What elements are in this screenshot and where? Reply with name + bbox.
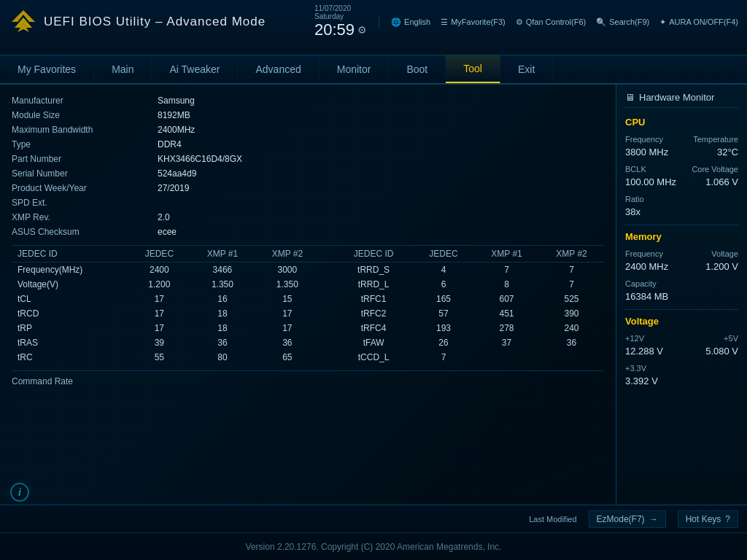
manufacturer-label: Manufacturer — [12, 93, 158, 108]
right-label: tFAW — [334, 335, 413, 350]
module-size-label: Module Size — [12, 108, 158, 122]
right-jedec: 4 — [413, 262, 474, 278]
cpu-freq-value: 3800 MHz — [625, 147, 668, 158]
asus-logo-icon — [9, 7, 38, 36]
language-control[interactable]: 🌐 English — [391, 18, 430, 27]
cpu-temp-label: Temperature — [693, 135, 738, 144]
header: UEFI BIOS Utility – Advanced Mode 11/07/… — [0, 0, 747, 55]
col-header-xmp2-right: XMP #2 — [539, 246, 604, 262]
info-icon[interactable]: i — [10, 483, 29, 502]
table-row: tCL 17 16 15 tRFC1 165 607 525 — [12, 292, 604, 306]
col-header-jedec-id-right: JEDEC ID — [334, 246, 413, 262]
cpu-bclk-pair: BCLK Core Voltage 100.00 MHz 1.066 V — [625, 165, 738, 189]
time-display: 20:59 — [314, 20, 355, 39]
aura-control[interactable]: ✦ AURA ON/OFF(F4) — [659, 18, 738, 27]
aura-icon: ✦ — [659, 18, 666, 27]
mem-capacity-pair: Capacity 16384 MB — [625, 279, 738, 303]
fan-icon: ⚙ — [516, 18, 523, 27]
cpu-frequency-pair: Frequency Temperature 3800 MHz 32°C — [625, 135, 738, 159]
col-spacer — [320, 262, 334, 278]
col-spacer — [320, 246, 334, 262]
table-row: tRAS 39 36 36 tFAW 26 37 36 — [12, 335, 604, 350]
nav-ai-tweaker[interactable]: Ai Tweaker — [152, 55, 238, 83]
right-xmp1: 607 — [474, 292, 539, 306]
mem-volt-value: 1.200 V — [705, 261, 738, 272]
qfan-control[interactable]: ⚙ Qfan Control(F6) — [516, 18, 587, 27]
table-row: tRC 55 80 65 tCCD_L 7 — [12, 350, 604, 365]
right-xmp2: 7 — [539, 262, 604, 278]
command-rate-label: Command Rate — [12, 374, 73, 389]
asus-checksum-value: ecee — [158, 225, 604, 239]
right-xmp2: 525 — [539, 292, 604, 306]
right-label: tRRD_S — [334, 262, 413, 278]
core-voltage-label: Core Voltage — [692, 165, 738, 174]
left-xmp1: 18 — [190, 321, 255, 335]
left-xmp1: 80 — [190, 350, 255, 365]
ez-mode-button[interactable]: EzMode(F7) → — [589, 510, 666, 528]
memory-divider — [625, 309, 738, 310]
ratio-value: 38x — [625, 206, 640, 217]
capacity-label: Capacity — [625, 279, 657, 288]
serial-number-label: Serial Number — [12, 166, 158, 181]
mem-freq-label: Frequency — [625, 249, 663, 258]
left-xmp2: 17 — [255, 321, 320, 335]
hot-keys-button[interactable]: Hot Keys ? — [678, 510, 738, 528]
right-label: tRRD_L — [334, 277, 413, 292]
xmp-rev-value: 2.0 — [158, 210, 604, 225]
logo-area: UEFI BIOS Utility – Advanced Mode — [9, 7, 266, 36]
cpu-divider — [625, 225, 738, 225]
left-jedec: 17 — [128, 292, 190, 306]
mem-freq-pair: Frequency Voltage 2400 MHz 1.200 V — [625, 249, 738, 273]
my-favorite-control[interactable]: ☰ MyFavorite(F3) — [441, 18, 506, 27]
right-xmp1: 278 — [474, 321, 539, 335]
left-jedec: 1.200 — [128, 277, 190, 292]
nav-boot[interactable]: Boot — [389, 55, 446, 83]
right-label: tRFC1 — [334, 292, 413, 306]
v5-label: +5V — [724, 334, 738, 343]
left-label: tRCD — [12, 306, 128, 321]
right-jedec: 7 — [413, 350, 474, 365]
right-xmp1: 8 — [474, 277, 539, 292]
left-xmp1: 18 — [190, 306, 255, 321]
settings-icon[interactable]: ⚙ — [357, 24, 367, 36]
nav-monitor[interactable]: Monitor — [320, 55, 390, 83]
left-xmp1: 16 — [190, 292, 255, 306]
nav-my-favorites[interactable]: My Favorites — [0, 55, 94, 83]
search-icon: 🔍 — [596, 18, 606, 27]
max-bandwidth-label: Maximum Bandwidth — [12, 122, 158, 137]
nav-advanced[interactable]: Advanced — [238, 55, 319, 83]
right-jedec: 165 — [413, 292, 474, 306]
right-xmp2 — [539, 350, 604, 365]
right-label: tCCD_L — [334, 350, 413, 365]
right-xmp1: 451 — [474, 306, 539, 321]
monitor-icon: 🖥 — [625, 92, 635, 103]
mem-volt-label: Voltage — [711, 249, 738, 258]
type-value: DDR4 — [158, 137, 604, 152]
col-spacer — [320, 306, 334, 321]
cpu-ratio-pair: Ratio 38x — [625, 195, 738, 219]
spd-ext-label: SPD Ext. — [12, 195, 158, 210]
right-jedec: 57 — [413, 306, 474, 321]
right-label: tRFC2 — [334, 306, 413, 321]
product-week-label: Product Week/Year — [12, 181, 158, 195]
content-area: Manufacturer Samsung Module Size 8192MB … — [0, 85, 616, 505]
hot-keys-icon: ? — [725, 514, 730, 524]
nav-exit[interactable]: Exit — [500, 55, 553, 83]
memory-info-grid: Manufacturer Samsung Module Size 8192MB … — [12, 93, 604, 239]
right-xmp1: 7 — [474, 262, 539, 278]
favorite-icon: ☰ — [441, 18, 448, 27]
left-label: tRAS — [12, 335, 128, 350]
left-xmp1: 1.350 — [190, 277, 255, 292]
hw-monitor-title: 🖥 Hardware Monitor — [625, 92, 738, 108]
datetime-display: 11/07/2020 Saturday 20:59 ⚙ — [314, 4, 367, 39]
cpu-freq-label: Frequency — [625, 135, 663, 144]
left-jedec: 55 — [128, 350, 190, 365]
spd-ext-value — [158, 195, 604, 210]
bclk-label: BCLK — [625, 165, 646, 174]
search-control[interactable]: 🔍 Search(F9) — [596, 18, 649, 27]
nav-tool[interactable]: Tool — [446, 55, 500, 83]
header-divider — [379, 15, 379, 28]
left-xmp2: 3000 — [255, 262, 320, 278]
nav-main[interactable]: Main — [94, 55, 152, 83]
capacity-value: 16384 MB — [625, 291, 668, 302]
